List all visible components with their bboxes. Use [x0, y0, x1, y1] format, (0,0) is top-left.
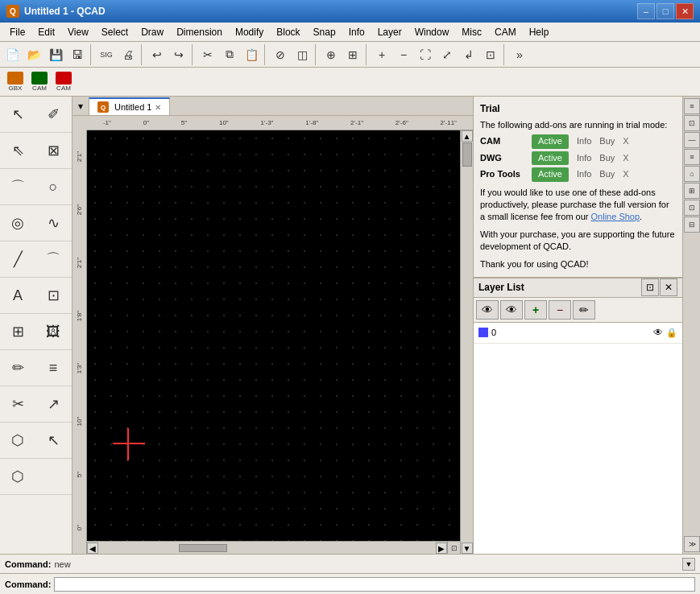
tool-btn-0-0[interactable]: ↖	[0, 97, 35, 132]
zoom-prev-btn[interactable]: ↲	[458, 44, 479, 65]
redo-btn[interactable]: ↪	[168, 44, 189, 65]
tool-btn-5-0[interactable]: A	[0, 278, 35, 313]
hscroll-thumb[interactable]	[179, 544, 227, 552]
trial-info-cam[interactable]: Info	[577, 135, 591, 147]
right-btn-6[interactable]: ⊞	[684, 183, 700, 199]
save-as-btn[interactable]: 🖫	[67, 44, 88, 65]
tool-btn-5-1[interactable]: ⊡	[35, 278, 71, 313]
menu-item-file[interactable]: File	[3, 25, 31, 39]
layer-lock-icon[interactable]: 🔒	[666, 328, 677, 338]
commandline-input[interactable]	[54, 577, 695, 592]
layer-panel-float-btn[interactable]: ⊡	[641, 278, 659, 296]
layer-panel-close-btn[interactable]: ✕	[660, 278, 677, 296]
trial-info-protools[interactable]: Info	[577, 168, 591, 180]
menu-item-window[interactable]: Window	[408, 25, 456, 39]
right-btn-5[interactable]: ⌂	[684, 166, 700, 182]
tab-list-btn[interactable]: ▾	[72, 97, 89, 115]
vscroll-up-btn[interactable]: ▲	[462, 130, 473, 142]
menu-item-modify[interactable]: Modify	[229, 25, 270, 39]
menu-item-misc[interactable]: Misc	[455, 25, 488, 39]
minimize-button[interactable]: –	[637, 3, 655, 19]
tool-btn-3-0[interactable]: ◎	[0, 205, 35, 241]
menu-item-snap[interactable]: Snap	[307, 25, 342, 39]
new-btn[interactable]: 📄	[2, 44, 23, 65]
undo-btn[interactable]: ↩	[147, 44, 168, 65]
trial-active-dwg[interactable]: Active	[532, 151, 569, 165]
menu-item-layer[interactable]: Layer	[371, 25, 408, 39]
hscroll-track[interactable]	[98, 543, 436, 553]
trial-buy-protools[interactable]: Buy	[599, 168, 615, 180]
zoom-pan-btn[interactable]: ⤢	[437, 44, 458, 65]
layer-remove-btn[interactable]: −	[549, 300, 571, 320]
tool-btn-3-1[interactable]: ∿	[35, 205, 71, 241]
hscroll-right-btn[interactable]: ▶	[436, 542, 447, 554]
vscroll-track[interactable]	[462, 142, 473, 542]
tool-btn-2-1[interactable]: ○	[35, 169, 71, 204]
menu-item-draw[interactable]: Draw	[135, 25, 170, 39]
right-btn-3[interactable]: —	[684, 132, 700, 148]
tool-btn-4-0[interactable]: ╱	[0, 241, 35, 277]
tool-btn-9-0[interactable]: ⬡	[0, 423, 35, 458]
right-btn-4[interactable]: ≡	[684, 149, 700, 165]
menu-item-select[interactable]: Select	[95, 25, 135, 39]
right-btn-8[interactable]: ⊟	[684, 217, 700, 233]
layer-visibility-icon[interactable]: 👁	[653, 327, 663, 338]
trial-x-cam[interactable]: X	[623, 135, 628, 147]
layer-show-all-btn[interactable]: 👁	[476, 300, 499, 320]
cut2-btn[interactable]: ⊘	[270, 44, 291, 65]
vscroll-down-btn[interactable]: ▼	[462, 542, 473, 554]
save-btn[interactable]: 💾	[45, 44, 66, 65]
menu-item-edit[interactable]: Edit	[31, 25, 61, 39]
menu-item-dimension[interactable]: Dimension	[170, 25, 229, 39]
plugin-cam-red-btn[interactable]: CAM	[52, 70, 76, 93]
cut-btn[interactable]: ✂	[197, 44, 218, 65]
menu-item-info[interactable]: Info	[342, 25, 371, 39]
drawing-canvas[interactable]	[87, 130, 460, 541]
trial-info-dwg[interactable]: Info	[577, 152, 591, 164]
plugin-gbx-btn[interactable]: GBX	[3, 70, 27, 93]
trial-active-cam[interactable]: Active	[532, 134, 569, 148]
layer-add-btn[interactable]: +	[524, 300, 547, 320]
statusbar-scroll-btn[interactable]: ▼	[682, 558, 695, 571]
tool-btn-6-0[interactable]: ⊞	[0, 314, 35, 349]
right-btn-1[interactable]: ≡	[684, 98, 700, 114]
trial-buy-dwg[interactable]: Buy	[599, 152, 615, 164]
menu-item-cam[interactable]: CAM	[488, 25, 523, 39]
right-btn-2[interactable]: ⊡	[684, 115, 700, 131]
tool-btn-7-0[interactable]: ✏	[0, 350, 35, 386]
vscroll-thumb[interactable]	[462, 142, 472, 167]
tool-btn-10-0[interactable]: ⬡	[0, 459, 35, 494]
tab-close-btn[interactable]: ✕	[155, 103, 161, 112]
plugin-cam-green-btn[interactable]: CAM	[27, 70, 52, 93]
tool-btn-7-1[interactable]: ≡	[35, 350, 71, 386]
right-btn-expand[interactable]: ≫	[684, 536, 700, 552]
trial-x-dwg[interactable]: X	[623, 152, 628, 164]
trial-active-protools[interactable]: Active	[532, 167, 569, 181]
hscroll-left-btn[interactable]: ◀	[87, 542, 98, 554]
trial-x-protools[interactable]: X	[623, 168, 628, 180]
tool-btn-9-1[interactable]: ↖	[35, 423, 71, 458]
corner-resize[interactable]: ⊡	[447, 542, 460, 554]
trial-buy-cam[interactable]: Buy	[599, 135, 615, 147]
tool-btn-1-0[interactable]: ⇖	[0, 133, 35, 168]
menu-item-block[interactable]: Block	[270, 25, 306, 39]
copy2-btn[interactable]: ◫	[292, 44, 313, 65]
trial-shop-link[interactable]: Online Shop	[591, 212, 640, 221]
open-btn[interactable]: 📂	[23, 44, 44, 65]
tab-untitled1[interactable]: Q Untitled 1 ✕	[89, 97, 170, 115]
layer-row[interactable]: 0 👁 🔒	[474, 323, 682, 344]
zoom-all-btn[interactable]: ⊡	[480, 44, 501, 65]
print-btn[interactable]: 🖨	[118, 44, 139, 65]
layer-edit-btn[interactable]: ✏	[573, 300, 595, 320]
more-btn[interactable]: »	[509, 44, 530, 65]
sig-btn[interactable]: SIG	[96, 44, 117, 65]
menu-item-view[interactable]: View	[61, 25, 95, 39]
tool-btn-8-1[interactable]: ↗	[35, 386, 71, 422]
tool-btn-4-1[interactable]: ⌒	[35, 241, 71, 277]
tool-btn-8-0[interactable]: ✂	[0, 386, 35, 422]
right-btn-7[interactable]: ⊡	[684, 200, 700, 216]
layer-hide-btn[interactable]: 👁	[500, 300, 523, 320]
zoom-out-btn[interactable]: −	[393, 44, 414, 65]
zoom-in-btn[interactable]: +	[371, 44, 392, 65]
tool-btn-2-0[interactable]: ⌒	[0, 169, 35, 204]
